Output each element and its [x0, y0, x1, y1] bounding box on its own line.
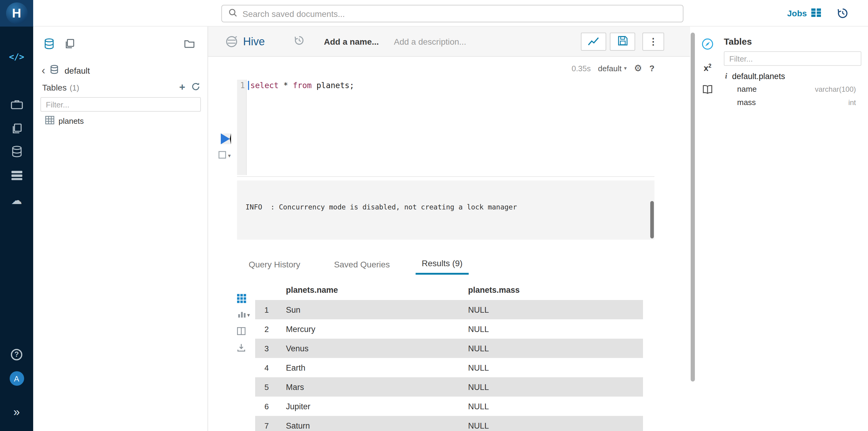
table-filter-input[interactable] [40, 97, 201, 112]
panel-tab-databases[interactable] [44, 38, 54, 51]
hue-logo[interactable]: H [0, 0, 33, 27]
chart-line-icon [588, 36, 599, 48]
add-table-button[interactable]: + [179, 82, 185, 93]
panel-tab-documents[interactable] [65, 39, 75, 51]
collapse-sidebar-button[interactable]: » [0, 406, 33, 419]
table-row: 5 Mars NULL [255, 377, 643, 397]
bar-chart-icon [237, 310, 246, 320]
table-name: planets [59, 116, 84, 125]
right-filter-input[interactable] [724, 51, 861, 66]
sql-table-ref: planets; [312, 81, 354, 90]
column-header-mass[interactable]: planets.mass [468, 286, 643, 294]
help-button[interactable]: ? [0, 348, 33, 361]
refresh-tables-button[interactable] [191, 82, 200, 93]
main-scrollbar-thumb[interactable] [691, 33, 695, 381]
jobs-link[interactable]: Jobs [787, 0, 820, 27]
cell-name: Jupiter [278, 402, 468, 411]
sql-query[interactable]: select * from planets; [250, 81, 354, 90]
log-line: INFO : Concurrency mode is disabled, not… [246, 201, 647, 214]
query-history-toggle[interactable] [294, 35, 305, 48]
log-scrollbar-thumb[interactable] [650, 201, 654, 238]
square-icon [218, 150, 226, 161]
briefcase-icon [10, 99, 23, 111]
sql-keyword: select [250, 81, 279, 90]
column-type: int [848, 98, 856, 107]
assist-tab-language-reference[interactable] [701, 83, 714, 96]
back-chevron-icon[interactable]: ‹ [42, 66, 45, 75]
table-row: 1 Sun NULL [255, 300, 643, 319]
search-icon [228, 7, 238, 20]
row-number: 7 [255, 421, 278, 430]
grid-view-button[interactable] [235, 294, 248, 305]
table-list-item-planets[interactable]: planets [45, 116, 84, 126]
row-number: 3 [255, 344, 278, 353]
right-tables-heading: Tables [724, 36, 752, 47]
column-row-mass[interactable]: mass int [737, 98, 856, 107]
assist-tab-functions[interactable]: x2 [701, 61, 714, 74]
app-sidebar: H </> ☁ ? [0, 0, 33, 431]
sidebar-item-documents[interactable] [0, 98, 33, 112]
cell-mass: NULL [468, 402, 643, 411]
panel-folder-button[interactable] [184, 39, 195, 50]
columns-button[interactable] [235, 326, 248, 338]
database-icon [50, 65, 59, 77]
editor-options-button[interactable]: ▾ [218, 150, 231, 161]
tab-results[interactable]: Results (9) [415, 254, 469, 275]
query-name-field[interactable]: Add a name... [324, 27, 379, 57]
database-icon [44, 38, 54, 51]
column-name: mass [737, 98, 756, 107]
chart-view-button[interactable]: ▾ [235, 310, 253, 320]
save-icon [617, 36, 628, 48]
sidebar-item-files[interactable] [0, 122, 33, 136]
table-entry-default-planets[interactable]: i default.planets [725, 71, 785, 81]
tab-query-history[interactable]: Query History [243, 254, 306, 275]
user-avatar[interactable]: A [0, 371, 33, 386]
topbar: Jobs [33, 0, 868, 27]
table-entry-name: default.planets [732, 71, 785, 81]
tab-saved-queries[interactable]: Saved Queries [329, 254, 395, 275]
chevron-down-icon: ▾ [247, 312, 250, 318]
more-actions-button[interactable]: ⋮ [642, 33, 664, 51]
column-header-name[interactable]: planets.name [278, 286, 468, 294]
editor-help-button[interactable]: ? [649, 63, 654, 73]
book-icon [702, 84, 713, 96]
table-row: 4 Earth NULL [255, 358, 643, 377]
sidebar-item-tables[interactable] [0, 145, 33, 159]
query-description-field[interactable]: Add a description... [394, 27, 466, 57]
settings-button[interactable]: ⚙ [634, 63, 642, 74]
cell-mass: NULL [468, 344, 643, 353]
panel-splitter[interactable] [237, 176, 654, 177]
database-name: default [65, 66, 90, 76]
compass-icon [702, 38, 714, 52]
engine-selector[interactable]: default ▾ [598, 64, 627, 73]
cell-mass: NULL [468, 324, 643, 334]
document-search[interactable] [221, 5, 683, 22]
history-icon [837, 12, 849, 21]
cell-name: Saturn [278, 421, 468, 430]
assist-tab-explorer[interactable] [701, 38, 714, 51]
stack-icon [10, 170, 23, 182]
database-breadcrumb[interactable]: ‹ default [42, 65, 90, 77]
sidebar-item-editor[interactable]: </> [0, 50, 33, 63]
chart-button[interactable] [581, 33, 606, 51]
sidebar-item-importer[interactable]: ☁ [0, 194, 33, 207]
column-row-name[interactable]: name varchar(100) [737, 85, 856, 93]
chevron-down-icon: ▾ [624, 65, 627, 71]
main-scrollbar [690, 27, 696, 431]
download-button[interactable] [235, 343, 248, 354]
results-table: planets.name planets.mass 1 Sun NULL 2 M… [255, 280, 643, 431]
result-tabs: Query History Saved Queries Results (9) [208, 254, 690, 275]
cell-name: Venus [278, 344, 468, 353]
text-cursor [248, 81, 249, 90]
run-query-button[interactable] [221, 134, 231, 144]
kebab-icon: ⋮ [649, 36, 658, 47]
execution-log[interactable]: INFO : Concurrency mode is disabled, not… [237, 180, 654, 240]
column-type: varchar(100) [815, 85, 856, 93]
line-number: 1 [240, 81, 245, 90]
table-row: 6 Jupiter NULL [255, 397, 643, 416]
save-button[interactable] [610, 33, 635, 51]
history-button[interactable] [837, 7, 849, 21]
sidebar-item-jobs[interactable] [0, 170, 33, 183]
grid-icon [237, 294, 246, 305]
search-input[interactable] [243, 9, 677, 19]
